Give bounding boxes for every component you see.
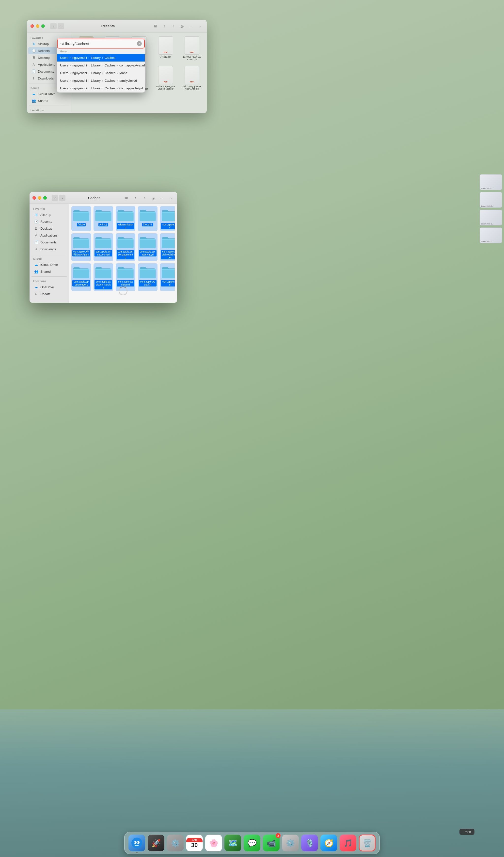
dock-item-sysprefs[interactable]: ⚙️ (166, 834, 184, 852)
dock-item-photos[interactable]: 🌸 (205, 834, 222, 852)
sidebar-shared-fg[interactable]: 👥 Shared (31, 268, 68, 275)
folder-name-12: com.apple.assistantd (117, 280, 134, 286)
cache-folder-5[interactable]: com.apple.AMPLibraryAgent (71, 233, 91, 261)
goto-suggestion-1[interactable]: Users › nguyenchi › Library › Caches › c… (57, 62, 145, 69)
goto-suggestion-0[interactable]: Users › nguyenchi › Library › Caches (57, 54, 145, 62)
file-item-9[interactable]: Bai 1 Tong quan ve Ngan...Mai.pdf (180, 65, 204, 92)
pdf-icon-4 (185, 36, 199, 55)
tag-icon[interactable]: ◎ (179, 23, 186, 30)
search-icon[interactable]: ⌕ (196, 23, 203, 30)
launchpad-dock-icon: 🚀 (148, 835, 164, 851)
sidebar-onedrive-bg[interactable]: ☁ OneDrive (28, 113, 70, 113)
goto-clear-button[interactable]: × (137, 41, 142, 46)
folder-name-6: com.apple.amsaccountsd (95, 250, 112, 256)
screenshot-thumb-1[interactable]: Screen 2023-0... (480, 174, 502, 190)
dock-item-siri[interactable]: 🎙️ (301, 834, 318, 852)
cache-folder-0[interactable]: Adobe (71, 206, 91, 231)
screenshot-thumb-3[interactable]: Screen 2023-0... (480, 210, 502, 225)
sysprefs-dock-icon: ⚙️ (167, 835, 184, 851)
sidebar-applications-fg[interactable]: A Applications (31, 232, 68, 239)
sidebar-shared-bg[interactable]: 👥 Shared (28, 97, 70, 104)
cache-folder-12[interactable]: com.apple.assistantd (116, 263, 135, 291)
cache-folder-6[interactable]: com.apple.amsaccountsd (94, 233, 113, 261)
screenshot-thumb-4[interactable]: Screen 2023-0... (480, 228, 502, 243)
maximize-button-fg[interactable] (43, 196, 47, 200)
sidebar-desktop-fg[interactable]: 🖥 Desktop (31, 225, 68, 232)
dock-item-safari[interactable]: 🧭 (320, 834, 338, 852)
grid-view-icon-fg[interactable]: ⊞ (123, 195, 130, 201)
dock-item-trash[interactable]: 🗑️ (358, 834, 376, 852)
cache-folder-7[interactable]: com.apple.amsengagementd (116, 233, 135, 261)
file-item-8[interactable]: ArtisanEmpire_PreLaunch...pdf.pdf (153, 65, 178, 92)
minimize-button-bg[interactable] (36, 24, 39, 28)
minimize-button-fg[interactable] (38, 196, 41, 200)
forward-button-bg[interactable]: › (57, 23, 64, 29)
grid-view-icon[interactable]: ⊞ (152, 23, 159, 30)
cache-folder-2[interactable]: askpermissiond (116, 206, 135, 231)
dock-item-systempreferences[interactable]: ⚙️ (282, 834, 299, 852)
shared-icon-bg: 👥 (32, 98, 36, 103)
forward-button-fg[interactable]: › (59, 195, 65, 201)
sort-icon-fg[interactable]: ↕ (132, 195, 139, 201)
cache-folder-4[interactable]: com.apple.akd (160, 206, 175, 231)
sidebar-onedrive-fg[interactable]: ☁ OneDrive (31, 284, 68, 290)
toolbar-right-bg: ⊞ ↕ ↑ ◎ ⋯ ⌕ (152, 23, 203, 30)
folder-icon-10 (72, 265, 90, 279)
sidebar-documents-fg[interactable]: 📄 Documents (31, 239, 68, 246)
cache-folder-10[interactable]: com.apple.appstoreagent (71, 263, 91, 291)
locations-label-bg: Locations (27, 107, 71, 113)
facetime-badge: 2 (275, 833, 281, 838)
cache-folder-14[interactable]: com.apple.bird (160, 263, 175, 291)
action-icon[interactable]: ⋯ (187, 23, 195, 30)
dock-item-facetime[interactable]: 📹 2 (262, 834, 280, 852)
cache-folder-13[interactable]: com.apple.AvatarKit (138, 263, 157, 291)
sidebar-downloads-fg[interactable]: ⬇ Downloads (31, 246, 68, 253)
share-icon-fg[interactable]: ↑ (141, 195, 148, 201)
goto-suggestions-list: Users › nguyenchi › Library › Caches Use… (57, 54, 145, 92)
folder-icon-0 (72, 208, 90, 222)
sidebar-update-fg[interactable]: ↻ Update (31, 290, 68, 297)
cache-folder-11[interactable]: com.apple.assistant_service (94, 263, 113, 291)
maximize-button-bg[interactable] (41, 24, 45, 28)
shared-icon-fg: 👥 (34, 269, 38, 274)
safari-dock-icon: 🧭 (320, 835, 337, 851)
desktop-background (0, 0, 504, 857)
icloud-icon-bg: ☁ (32, 91, 36, 96)
documents-icon-fg: 📄 (34, 240, 38, 245)
file-item-3[interactable]: 746012.pdf (153, 35, 178, 63)
sort-icon[interactable]: ↕ (161, 23, 168, 30)
sidebar-recents-fg[interactable]: 🕐 Recents (31, 218, 68, 225)
file-item-4[interactable]: 15794597231610353852.pdf (180, 35, 204, 63)
folder-name-8: com.apple.ap.adprivacyd (139, 250, 156, 256)
goto-path-input[interactable] (60, 41, 137, 46)
folder-name-3: CloudKit (142, 223, 153, 226)
screenshot-thumb-2[interactable]: Screen 2023-0... (480, 192, 502, 208)
onedrive-icon-fg: ☁ (34, 285, 38, 289)
goto-input-row[interactable]: × (57, 39, 145, 49)
goto-suggestion-4[interactable]: Users › nguyenchi › Library › Caches › c… (57, 84, 145, 92)
dock-item-music[interactable]: 🎵 (339, 834, 357, 852)
goto-suggestion-3[interactable]: Users › nguyenchi › Library › Caches › f… (57, 77, 145, 84)
dock-item-maps[interactable]: 🗺️ (224, 834, 242, 852)
cache-folder-9[interactable]: com.apple.AppleMediaServices (160, 233, 175, 261)
dock-item-launchpad[interactable]: 🚀 (147, 834, 165, 852)
back-button-bg[interactable]: ‹ (50, 23, 56, 29)
screenshot-thumbnails: Screen 2023-0... Screen 2023-0... Screen… (478, 172, 504, 245)
close-button-bg[interactable] (31, 24, 34, 28)
close-button-fg[interactable] (33, 196, 36, 200)
sidebar-icloud-fg[interactable]: ☁ iCloud Drive (31, 261, 68, 268)
back-button-fg[interactable]: ‹ (52, 195, 58, 201)
share-icon[interactable]: ↑ (170, 23, 177, 30)
tag-icon-fg[interactable]: ◎ (150, 195, 156, 201)
goto-suggestion-2[interactable]: Users › nguyenchi › Library › Caches › M… (57, 69, 145, 77)
search-icon-fg[interactable]: ⌕ (167, 195, 174, 201)
dock-item-messages[interactable]: 💬 (243, 834, 261, 852)
dock-item-calendar[interactable]: APR 30 (186, 834, 203, 852)
cache-folder-1[interactable]: Animoji (94, 206, 113, 231)
action-icon-fg[interactable]: ⋯ (158, 195, 165, 201)
dock-item-finder[interactable] (128, 834, 146, 852)
window-title-bg: Recents (66, 24, 150, 28)
cache-folder-3[interactable]: CloudKit (138, 206, 157, 231)
cache-folder-8[interactable]: com.apple.ap.adprivacyd (138, 233, 157, 261)
sidebar-airdrop-fg[interactable]: ⇲ AirDrop (31, 211, 68, 218)
